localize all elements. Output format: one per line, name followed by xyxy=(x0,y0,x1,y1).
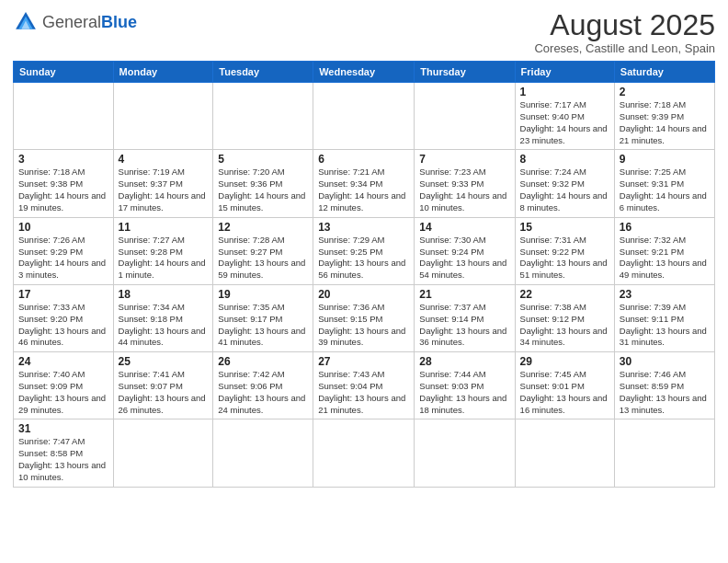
day-info: Sunrise: 7:47 AM Sunset: 8:58 PM Dayligh… xyxy=(18,436,108,483)
table-row: 26Sunrise: 7:42 AM Sunset: 9:06 PM Dayli… xyxy=(213,352,313,419)
day-number: 19 xyxy=(218,288,308,301)
table-row: 15Sunrise: 7:31 AM Sunset: 9:22 PM Dayli… xyxy=(515,217,614,284)
table-row: 18Sunrise: 7:34 AM Sunset: 9:18 PM Dayli… xyxy=(113,284,213,351)
col-sunday: Sunday xyxy=(14,62,114,83)
day-number: 17 xyxy=(18,288,108,301)
day-number: 4 xyxy=(119,153,209,166)
day-info: Sunrise: 7:25 AM Sunset: 9:31 PM Dayligh… xyxy=(620,167,710,213)
day-info: Sunrise: 7:37 AM Sunset: 9:14 PM Dayligh… xyxy=(419,302,509,349)
calendar-week-row: 17Sunrise: 7:33 AM Sunset: 9:20 PM Dayli… xyxy=(14,284,715,351)
table-row xyxy=(113,83,213,150)
table-row: 28Sunrise: 7:44 AM Sunset: 9:03 PM Dayli… xyxy=(415,352,515,419)
calendar-week-row: 31Sunrise: 7:47 AM Sunset: 8:58 PM Dayli… xyxy=(14,419,715,487)
day-number: 24 xyxy=(18,355,108,368)
day-number: 11 xyxy=(119,221,209,234)
day-info: Sunrise: 7:32 AM Sunset: 9:21 PM Dayligh… xyxy=(620,235,710,282)
day-number: 22 xyxy=(520,288,609,301)
calendar-week-row: 1Sunrise: 7:17 AM Sunset: 9:40 PM Daylig… xyxy=(14,83,715,150)
table-row: 25Sunrise: 7:41 AM Sunset: 9:07 PM Dayli… xyxy=(113,352,213,419)
col-monday: Monday xyxy=(113,62,213,83)
day-number: 30 xyxy=(620,355,710,368)
title-block: August 2025 Coreses, Castille and Leon, … xyxy=(534,9,715,55)
day-info: Sunrise: 7:18 AM Sunset: 9:38 PM Dayligh… xyxy=(18,167,108,213)
day-info: Sunrise: 7:27 AM Sunset: 9:28 PM Dayligh… xyxy=(119,235,209,282)
table-row xyxy=(614,419,714,487)
table-row: 24Sunrise: 7:40 AM Sunset: 9:09 PM Dayli… xyxy=(14,352,114,419)
table-row: 17Sunrise: 7:33 AM Sunset: 9:20 PM Dayli… xyxy=(14,284,114,351)
day-number: 27 xyxy=(318,355,409,368)
calendar-week-row: 24Sunrise: 7:40 AM Sunset: 9:09 PM Dayli… xyxy=(14,352,715,419)
day-number: 25 xyxy=(119,355,209,368)
day-info: Sunrise: 7:34 AM Sunset: 9:18 PM Dayligh… xyxy=(119,302,209,349)
day-info: Sunrise: 7:20 AM Sunset: 9:36 PM Dayligh… xyxy=(218,167,308,213)
day-number: 9 xyxy=(620,153,710,166)
header: GeneralBlue August 2025 Coreses, Castill… xyxy=(13,9,715,55)
table-row: 11Sunrise: 7:27 AM Sunset: 9:28 PM Dayli… xyxy=(113,217,213,284)
day-info: Sunrise: 7:23 AM Sunset: 9:33 PM Dayligh… xyxy=(419,167,509,213)
table-row: 10Sunrise: 7:26 AM Sunset: 9:29 PM Dayli… xyxy=(14,217,114,284)
page: GeneralBlue August 2025 Coreses, Castill… xyxy=(0,0,728,563)
day-number: 23 xyxy=(620,288,710,301)
day-number: 18 xyxy=(119,288,209,301)
logo-icon xyxy=(13,9,39,35)
day-number: 1 xyxy=(520,86,609,98)
day-number: 21 xyxy=(419,288,509,301)
day-number: 26 xyxy=(218,355,308,368)
day-info: Sunrise: 7:33 AM Sunset: 9:20 PM Dayligh… xyxy=(18,302,108,349)
day-number: 31 xyxy=(18,422,108,435)
day-number: 20 xyxy=(318,288,409,301)
day-info: Sunrise: 7:18 AM Sunset: 9:39 PM Dayligh… xyxy=(620,99,710,146)
day-info: Sunrise: 7:36 AM Sunset: 9:15 PM Dayligh… xyxy=(318,302,409,349)
day-number: 12 xyxy=(218,221,308,234)
day-info: Sunrise: 7:24 AM Sunset: 9:32 PM Dayligh… xyxy=(520,167,609,213)
table-row: 12Sunrise: 7:28 AM Sunset: 9:27 PM Dayli… xyxy=(213,217,313,284)
day-number: 16 xyxy=(620,221,710,234)
calendar-header-row: Sunday Monday Tuesday Wednesday Thursday… xyxy=(14,62,715,83)
day-info: Sunrise: 7:29 AM Sunset: 9:25 PM Dayligh… xyxy=(318,235,409,282)
day-info: Sunrise: 7:31 AM Sunset: 9:22 PM Dayligh… xyxy=(520,235,609,282)
day-info: Sunrise: 7:42 AM Sunset: 9:06 PM Dayligh… xyxy=(218,369,308,416)
day-info: Sunrise: 7:46 AM Sunset: 8:59 PM Dayligh… xyxy=(620,369,710,416)
day-info: Sunrise: 7:40 AM Sunset: 9:09 PM Dayligh… xyxy=(18,369,108,416)
day-number: 28 xyxy=(419,355,509,368)
table-row xyxy=(213,419,313,487)
day-number: 6 xyxy=(318,153,409,166)
table-row: 30Sunrise: 7:46 AM Sunset: 8:59 PM Dayli… xyxy=(614,352,714,419)
col-wednesday: Wednesday xyxy=(313,62,415,83)
day-number: 7 xyxy=(419,153,509,166)
calendar-week-row: 3Sunrise: 7:18 AM Sunset: 9:38 PM Daylig… xyxy=(14,150,715,217)
day-info: Sunrise: 7:38 AM Sunset: 9:12 PM Dayligh… xyxy=(520,302,609,349)
table-row xyxy=(113,419,213,487)
day-number: 8 xyxy=(520,153,609,166)
table-row xyxy=(213,83,313,150)
day-info: Sunrise: 7:41 AM Sunset: 9:07 PM Dayligh… xyxy=(119,369,209,416)
table-row: 6Sunrise: 7:21 AM Sunset: 9:34 PM Daylig… xyxy=(313,150,415,217)
day-info: Sunrise: 7:39 AM Sunset: 9:11 PM Dayligh… xyxy=(620,302,710,349)
logo: GeneralBlue xyxy=(13,9,137,35)
day-number: 15 xyxy=(520,221,609,234)
day-number: 10 xyxy=(18,221,108,234)
table-row xyxy=(515,419,614,487)
table-row: 29Sunrise: 7:45 AM Sunset: 9:01 PM Dayli… xyxy=(515,352,614,419)
table-row xyxy=(415,83,515,150)
table-row: 21Sunrise: 7:37 AM Sunset: 9:14 PM Dayli… xyxy=(415,284,515,351)
day-info: Sunrise: 7:28 AM Sunset: 9:27 PM Dayligh… xyxy=(218,235,308,282)
col-saturday: Saturday xyxy=(614,62,714,83)
table-row xyxy=(313,419,415,487)
table-row xyxy=(14,83,114,150)
day-info: Sunrise: 7:30 AM Sunset: 9:24 PM Dayligh… xyxy=(419,235,509,282)
day-number: 14 xyxy=(419,221,509,234)
day-number: 13 xyxy=(318,221,409,234)
calendar-week-row: 10Sunrise: 7:26 AM Sunset: 9:29 PM Dayli… xyxy=(14,217,715,284)
table-row: 23Sunrise: 7:39 AM Sunset: 9:11 PM Dayli… xyxy=(614,284,714,351)
table-row: 2Sunrise: 7:18 AM Sunset: 9:39 PM Daylig… xyxy=(614,83,714,150)
col-tuesday: Tuesday xyxy=(213,62,313,83)
day-number: 2 xyxy=(620,86,710,98)
logo-text: GeneralBlue xyxy=(42,14,137,31)
table-row: 5Sunrise: 7:20 AM Sunset: 9:36 PM Daylig… xyxy=(213,150,313,217)
location-subtitle: Coreses, Castille and Leon, Spain xyxy=(534,41,715,55)
table-row: 13Sunrise: 7:29 AM Sunset: 9:25 PM Dayli… xyxy=(313,217,415,284)
table-row: 8Sunrise: 7:24 AM Sunset: 9:32 PM Daylig… xyxy=(515,150,614,217)
col-thursday: Thursday xyxy=(415,62,515,83)
day-info: Sunrise: 7:44 AM Sunset: 9:03 PM Dayligh… xyxy=(419,369,509,416)
